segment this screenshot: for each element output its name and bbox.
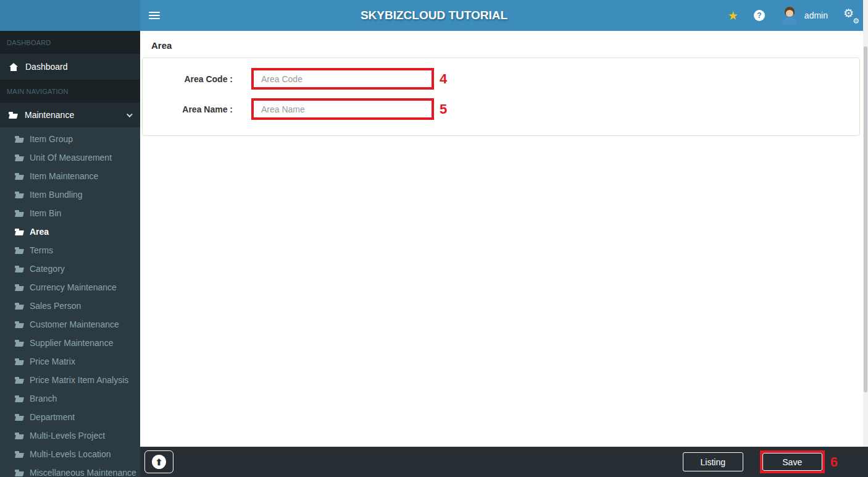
hamburger-menu-icon[interactable]	[149, 12, 160, 20]
folder-open-icon	[15, 210, 23, 216]
annotation-number-6: 6	[830, 455, 838, 469]
sidebar-item-multi-levels-project[interactable]: Multi-Levels Project	[0, 426, 140, 445]
sidebar-item-label: Item Maintenance	[30, 171, 98, 181]
folder-open-icon	[15, 358, 23, 365]
area-form-panel: Area Code : 4 Area Name : 5	[142, 57, 860, 136]
star-icon[interactable]	[728, 10, 738, 22]
username-label: admin	[804, 11, 828, 20]
folder-open-icon	[15, 173, 23, 179]
sidebar-item-label: Category	[30, 264, 65, 274]
sidebar-item-label: Dashboard	[25, 62, 68, 72]
folder-open-icon	[15, 395, 23, 402]
scrollbar-thumb[interactable]	[864, 46, 867, 392]
folder-open-icon	[9, 112, 18, 119]
sidebar-item-item-bundling[interactable]: Item Bundling	[0, 185, 140, 204]
folder-open-icon	[15, 192, 23, 198]
sidebar-item-customer-maintenance[interactable]: Customer Maintenance	[0, 315, 140, 334]
folder-open-icon	[15, 284, 23, 290]
sidebar-item-maintenance[interactable]: Maintenance	[0, 103, 140, 127]
page-title: Area	[151, 40, 868, 51]
sidebar-item-label: Maintenance	[25, 110, 74, 120]
footer-bar: Listing Save 6	[140, 447, 868, 477]
folder-open-icon	[15, 229, 23, 235]
sidebar-item-label: Item Bin	[30, 208, 61, 218]
arrow-up-circle-icon	[152, 455, 166, 469]
logo-area	[0, 0, 140, 31]
sidebar-item-department[interactable]: Department	[0, 408, 140, 426]
area-name-input[interactable]	[254, 101, 432, 117]
folder-open-icon	[15, 340, 23, 346]
sidebar-item-label: Miscellaneous Maintenance	[30, 468, 136, 477]
sidebar-item-item-maintenance[interactable]: Item Maintenance	[0, 167, 140, 185]
top-navbar: SKYBIZCLOUD TUTORIAL admin	[0, 0, 868, 31]
footer-actions: Listing Save 6	[683, 450, 868, 473]
sidebar-item-item-group[interactable]: Item Group	[0, 130, 140, 148]
sidebar-item-label: Customer Maintenance	[30, 319, 119, 329]
sidebar-item-unit-of-measurement[interactable]: Unit Of Measurement	[0, 148, 140, 167]
question-icon[interactable]	[754, 10, 765, 21]
sidebar-item-label: Supplier Maintenance	[30, 338, 113, 348]
scroll-top-button[interactable]	[144, 450, 173, 473]
sidebar-item-terms[interactable]: Terms	[0, 241, 140, 260]
sidebar-item-label: Multi-Levels Project	[30, 431, 105, 441]
annotation-box-save: Save	[760, 450, 825, 473]
sidebar-item-category[interactable]: Category	[0, 260, 140, 278]
home-icon	[9, 63, 19, 71]
area-code-row: Area Code : 4	[143, 68, 859, 90]
sidebar-item-label: Price Matrix	[30, 357, 75, 366]
sidebar-item-branch[interactable]: Branch	[0, 389, 140, 408]
folder-open-icon	[15, 470, 23, 476]
sidebar-item-label: Area	[30, 227, 49, 237]
folder-open-icon	[15, 154, 23, 161]
sidebar-item-sales-person[interactable]: Sales Person	[0, 297, 140, 315]
folder-open-icon	[15, 377, 23, 383]
avatar	[780, 6, 799, 25]
annotation-box-area-code	[251, 68, 434, 90]
sidebar-item-label: Terms	[30, 245, 53, 255]
folder-open-icon	[15, 136, 23, 142]
chevron-down-icon	[127, 111, 133, 117]
sidebar-item-label: Department	[30, 412, 75, 422]
sidebar-item-label: Branch	[30, 394, 57, 403]
save-button[interactable]: Save	[762, 453, 822, 471]
folder-open-icon	[15, 247, 23, 253]
folder-open-icon	[15, 303, 23, 309]
app-title: SKYBIZCLOUD TUTORIAL	[361, 0, 507, 31]
area-code-input[interactable]	[254, 70, 432, 87]
sidebar-item-supplier-maintenance[interactable]: Supplier Maintenance	[0, 334, 140, 352]
sidebar-item-label: Currency Maintenance	[30, 282, 117, 292]
user-menu[interactable]: admin	[780, 6, 828, 25]
sidebar-item-currency-maintenance[interactable]: Currency Maintenance	[0, 278, 140, 297]
sidebar-item-item-bin[interactable]: Item Bin	[0, 204, 140, 222]
maintenance-submenu: Item Group Unit Of Measurement Item Main…	[0, 127, 140, 477]
navbar-actions: admin	[728, 0, 859, 31]
sidebar: DASHBOARD Dashboard MAIN NAVIGATION Main…	[0, 31, 140, 477]
sidebar-item-label: Sales Person	[30, 301, 81, 311]
annotation-box-area-name	[251, 98, 434, 120]
folder-open-icon	[15, 321, 23, 327]
listing-button[interactable]: Listing	[683, 452, 743, 471]
sidebar-item-dashboard[interactable]: Dashboard	[0, 54, 140, 80]
folder-open-icon	[15, 451, 23, 457]
annotation-number-5: 5	[440, 103, 447, 116]
sidebar-item-label: Item Bundling	[30, 190, 83, 200]
sidebar-item-area[interactable]: Area	[0, 222, 140, 241]
annotation-number-4: 4	[440, 72, 447, 86]
cogs-icon[interactable]	[843, 7, 859, 23]
sidebar-item-label: Item Group	[30, 134, 73, 144]
sidebar-item-price-matrix-item-analysis[interactable]: Price Matrix Item Analysis	[0, 371, 140, 389]
sidebar-item-multi-levels-location[interactable]: Multi-Levels Location	[0, 445, 140, 463]
folder-open-icon	[15, 433, 23, 439]
folder-open-icon	[15, 414, 23, 420]
sidebar-item-label: Unit Of Measurement	[30, 153, 112, 163]
folder-open-icon	[15, 266, 23, 272]
sidebar-item-price-matrix[interactable]: Price Matrix	[0, 352, 140, 371]
sidebar-item-miscellaneous-maintenance[interactable]: Miscellaneous Maintenance	[0, 463, 140, 477]
main-content: Area Area Code : 4 Area Name : 5	[140, 31, 868, 447]
area-name-label: Area Name :	[143, 104, 233, 114]
sidebar-item-label: Multi-Levels Location	[30, 449, 111, 459]
sidebar-header-main-navigation: MAIN NAVIGATION	[0, 80, 140, 103]
area-name-row: Area Name : 5	[143, 98, 859, 120]
vertical-scrollbar	[863, 0, 868, 447]
sidebar-item-label: Price Matrix Item Analysis	[30, 375, 128, 385]
